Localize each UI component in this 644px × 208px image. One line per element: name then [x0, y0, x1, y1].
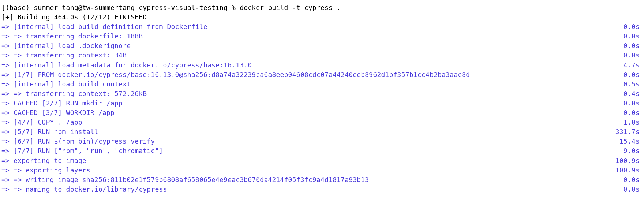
build-step-text: => exporting to image: [1, 156, 608, 166]
build-step-line: => => naming to docker.io/library/cypres…: [1, 185, 643, 194]
build-step-text: => [internal] load .dockerignore: [1, 41, 616, 51]
build-step-line: => [internal] load build definition from…: [1, 22, 643, 31]
build-step-line: => CACHED [3/7] WORKDIR /app0.0s: [1, 108, 643, 118]
build-step-text: => [6/7] RUN $(npm bin)/cypress verify: [1, 137, 612, 146]
build-step-text: => => naming to docker.io/library/cypres…: [1, 185, 616, 194]
build-step-duration: 15.4s: [612, 137, 643, 146]
build-status-text: [+] Building 464.0s (12/12) FINISHED: [1, 12, 643, 22]
build-step-duration: 0.0s: [616, 41, 643, 51]
command-text: [(base) summer_tang@tw-summertang cypres…: [1, 3, 643, 12]
build-step-duration: 0.4s: [616, 89, 643, 99]
build-step-line: => => transferring context: 34B0.0s: [1, 51, 643, 60]
build-step-duration: 0.0s: [616, 70, 643, 79]
build-status-line: [+] Building 464.0s (12/12) FINISHED: [1, 12, 643, 22]
build-step-duration: 0.0s: [616, 99, 643, 108]
build-step-text: => => writing image sha256:811b02e1f579b…: [1, 175, 616, 185]
build-step-line: => [7/7] RUN ["npm", "run", "chromatic"]…: [1, 146, 643, 156]
build-step-duration: 1.0s: [616, 118, 643, 127]
build-step-text: => [4/7] COPY . /app: [1, 118, 616, 127]
build-step-line: => [1/7] FROM docker.io/cypress/base:16.…: [1, 70, 643, 79]
build-step-duration: 100.9s: [608, 156, 643, 166]
build-step-duration: 0.0s: [616, 175, 643, 185]
build-step-line: => => exporting layers100.9s: [1, 166, 643, 175]
build-step-text: => [1/7] FROM docker.io/cypress/base:16.…: [1, 70, 616, 79]
build-step-text: => [5/7] RUN npm install: [1, 127, 608, 137]
build-step-line: => [5/7] RUN npm install331.7s: [1, 127, 643, 137]
build-step-duration: 0.0s: [616, 185, 643, 194]
build-step-line: => CACHED [2/7] RUN mkdir /app0.0s: [1, 99, 643, 108]
build-step-duration: 0.0s: [616, 108, 643, 118]
build-step-text: => [internal] load metadata for docker.i…: [1, 60, 616, 70]
build-step-line: => => transferring dockerfile: 188B0.0s: [1, 31, 643, 41]
build-step-line: => [4/7] COPY . /app1.0s: [1, 118, 643, 127]
build-step-text: => => transferring context: 34B: [1, 51, 616, 60]
build-step-text: => [7/7] RUN ["npm", "run", "chromatic"]: [1, 146, 616, 156]
build-step-text: => => transferring context: 572.26kB: [1, 89, 616, 99]
build-step-text: => CACHED [2/7] RUN mkdir /app: [1, 99, 616, 108]
build-step-line: => [internal] load metadata for docker.i…: [1, 60, 643, 70]
build-step-text: => [internal] load build definition from…: [1, 22, 616, 31]
build-step-duration: 0.5s: [616, 79, 643, 89]
build-step-duration: 4.7s: [616, 60, 643, 70]
build-step-line: => => writing image sha256:811b02e1f579b…: [1, 175, 643, 185]
build-step-text: => => exporting layers: [1, 166, 608, 175]
build-step-duration: 331.7s: [608, 127, 643, 137]
build-step-line: => => transferring context: 572.26kB0.4s: [1, 89, 643, 99]
build-step-duration: 0.0s: [616, 22, 643, 31]
build-step-line: => [internal] load build context0.5s: [1, 79, 643, 89]
build-step-text: => CACHED [3/7] WORKDIR /app: [1, 108, 616, 118]
build-step-line: => [6/7] RUN $(npm bin)/cypress verify15…: [1, 137, 643, 146]
build-step-line: => [internal] load .dockerignore0.0s: [1, 41, 643, 51]
terminal-output: [(base) summer_tang@tw-summertang cypres…: [1, 3, 643, 194]
build-step-text: => [internal] load build context: [1, 79, 616, 89]
build-step-text: => => transferring dockerfile: 188B: [1, 31, 616, 41]
build-step-line: => exporting to image100.9s: [1, 156, 643, 166]
build-step-duration: 9.0s: [616, 146, 643, 156]
build-step-duration: 100.9s: [608, 166, 643, 175]
command-prompt-line: [(base) summer_tang@tw-summertang cypres…: [1, 3, 643, 12]
build-step-duration: 0.0s: [616, 31, 643, 41]
build-step-duration: 0.0s: [616, 51, 643, 60]
